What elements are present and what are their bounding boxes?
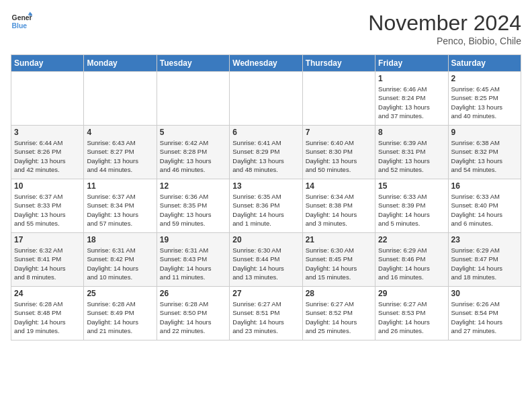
day-cell: 15Sunrise: 6:33 AM Sunset: 8:39 PM Dayli… bbox=[375, 179, 448, 233]
week-row-2: 3Sunrise: 6:44 AM Sunset: 8:26 PM Daylig… bbox=[11, 126, 521, 179]
col-header-friday: Friday bbox=[375, 55, 448, 72]
svg-text:General: General bbox=[12, 14, 32, 21]
day-number: 29 bbox=[378, 289, 445, 298]
day-info: Sunrise: 6:33 AM Sunset: 8:39 PM Dayligh… bbox=[378, 192, 445, 228]
day-number: 24 bbox=[14, 289, 81, 298]
day-number: 18 bbox=[87, 235, 153, 244]
day-info: Sunrise: 6:26 AM Sunset: 8:54 PM Dayligh… bbox=[451, 300, 518, 335]
day-cell: 12Sunrise: 6:36 AM Sunset: 8:35 PM Dayli… bbox=[157, 179, 229, 233]
day-info: Sunrise: 6:31 AM Sunset: 8:42 PM Dayligh… bbox=[87, 246, 153, 281]
day-number: 7 bbox=[306, 128, 372, 137]
day-cell: 29Sunrise: 6:27 AM Sunset: 8:53 PM Dayli… bbox=[375, 287, 448, 340]
day-number: 30 bbox=[451, 289, 518, 298]
day-number: 22 bbox=[378, 235, 445, 244]
day-cell bbox=[84, 72, 157, 126]
day-number: 27 bbox=[232, 289, 299, 298]
col-header-monday: Monday bbox=[84, 55, 157, 72]
day-info: Sunrise: 6:29 AM Sunset: 8:47 PM Dayligh… bbox=[451, 246, 518, 281]
day-cell: 3Sunrise: 6:44 AM Sunset: 8:26 PM Daylig… bbox=[11, 126, 84, 179]
month-title: November 2024 bbox=[368, 11, 521, 36]
day-number: 23 bbox=[451, 235, 518, 244]
day-cell bbox=[230, 72, 302, 126]
day-number: 11 bbox=[87, 181, 153, 191]
week-row-5: 24Sunrise: 6:28 AM Sunset: 8:48 PM Dayli… bbox=[11, 287, 521, 340]
page-header: General Blue November 2024 Penco, Biobio… bbox=[11, 11, 521, 46]
day-cell: 6Sunrise: 6:41 AM Sunset: 8:29 PM Daylig… bbox=[230, 126, 302, 179]
day-cell: 18Sunrise: 6:31 AM Sunset: 8:42 PM Dayli… bbox=[84, 233, 157, 287]
day-number: 17 bbox=[14, 235, 81, 244]
day-cell: 5Sunrise: 6:42 AM Sunset: 8:28 PM Daylig… bbox=[157, 126, 229, 179]
day-cell: 28Sunrise: 6:27 AM Sunset: 8:52 PM Dayli… bbox=[302, 287, 375, 340]
day-number: 2 bbox=[451, 74, 518, 83]
day-info: Sunrise: 6:35 AM Sunset: 8:36 PM Dayligh… bbox=[232, 192, 299, 228]
day-info: Sunrise: 6:29 AM Sunset: 8:46 PM Dayligh… bbox=[378, 246, 445, 281]
day-info: Sunrise: 6:33 AM Sunset: 8:40 PM Dayligh… bbox=[451, 192, 518, 228]
day-cell: 9Sunrise: 6:38 AM Sunset: 8:32 PM Daylig… bbox=[448, 126, 521, 179]
day-number: 6 bbox=[232, 128, 299, 137]
day-info: Sunrise: 6:42 AM Sunset: 8:28 PM Dayligh… bbox=[160, 138, 226, 174]
day-cell bbox=[302, 72, 375, 126]
day-cell: 24Sunrise: 6:28 AM Sunset: 8:48 PM Dayli… bbox=[11, 287, 84, 340]
calendar-header-row: SundayMondayTuesdayWednesdayThursdayFrid… bbox=[11, 55, 521, 72]
day-info: Sunrise: 6:41 AM Sunset: 8:29 PM Dayligh… bbox=[232, 138, 299, 174]
day-number: 9 bbox=[451, 128, 518, 137]
week-row-3: 10Sunrise: 6:37 AM Sunset: 8:33 PM Dayli… bbox=[11, 179, 521, 233]
day-cell: 2Sunrise: 6:45 AM Sunset: 8:25 PM Daylig… bbox=[448, 72, 521, 126]
week-row-4: 17Sunrise: 6:32 AM Sunset: 8:41 PM Dayli… bbox=[11, 233, 521, 287]
col-header-sunday: Sunday bbox=[11, 55, 84, 72]
day-cell: 19Sunrise: 6:31 AM Sunset: 8:43 PM Dayli… bbox=[157, 233, 229, 287]
day-cell: 23Sunrise: 6:29 AM Sunset: 8:47 PM Dayli… bbox=[448, 233, 521, 287]
day-info: Sunrise: 6:43 AM Sunset: 8:27 PM Dayligh… bbox=[87, 138, 153, 174]
day-number: 10 bbox=[14, 181, 81, 191]
day-info: Sunrise: 6:44 AM Sunset: 8:26 PM Dayligh… bbox=[14, 138, 81, 174]
day-info: Sunrise: 6:30 AM Sunset: 8:44 PM Dayligh… bbox=[232, 246, 299, 281]
day-number: 14 bbox=[306, 181, 372, 191]
day-info: Sunrise: 6:27 AM Sunset: 8:53 PM Dayligh… bbox=[378, 300, 445, 335]
day-info: Sunrise: 6:31 AM Sunset: 8:43 PM Dayligh… bbox=[160, 246, 226, 281]
day-number: 3 bbox=[14, 128, 81, 137]
day-number: 1 bbox=[378, 74, 445, 83]
day-info: Sunrise: 6:27 AM Sunset: 8:52 PM Dayligh… bbox=[306, 300, 372, 335]
day-cell: 13Sunrise: 6:35 AM Sunset: 8:36 PM Dayli… bbox=[230, 179, 302, 233]
col-header-saturday: Saturday bbox=[448, 55, 521, 72]
day-number: 20 bbox=[232, 235, 299, 244]
day-cell: 16Sunrise: 6:33 AM Sunset: 8:40 PM Dayli… bbox=[448, 179, 521, 233]
day-cell: 14Sunrise: 6:34 AM Sunset: 8:38 PM Dayli… bbox=[302, 179, 375, 233]
day-cell: 26Sunrise: 6:28 AM Sunset: 8:50 PM Dayli… bbox=[157, 287, 229, 340]
day-cell: 30Sunrise: 6:26 AM Sunset: 8:54 PM Dayli… bbox=[448, 287, 521, 340]
col-header-tuesday: Tuesday bbox=[157, 55, 229, 72]
logo-icon: General Blue bbox=[11, 11, 32, 32]
day-number: 26 bbox=[160, 289, 226, 298]
week-row-1: 1Sunrise: 6:46 AM Sunset: 8:24 PM Daylig… bbox=[11, 72, 521, 126]
day-number: 25 bbox=[87, 289, 153, 298]
day-cell bbox=[11, 72, 84, 126]
day-info: Sunrise: 6:39 AM Sunset: 8:31 PM Dayligh… bbox=[378, 138, 445, 174]
day-info: Sunrise: 6:32 AM Sunset: 8:41 PM Dayligh… bbox=[14, 246, 81, 281]
day-info: Sunrise: 6:30 AM Sunset: 8:45 PM Dayligh… bbox=[306, 246, 372, 281]
day-number: 19 bbox=[160, 235, 226, 244]
day-cell: 1Sunrise: 6:46 AM Sunset: 8:24 PM Daylig… bbox=[375, 72, 448, 126]
day-cell: 22Sunrise: 6:29 AM Sunset: 8:46 PM Dayli… bbox=[375, 233, 448, 287]
day-number: 4 bbox=[87, 128, 153, 137]
col-header-thursday: Thursday bbox=[302, 55, 375, 72]
day-cell: 27Sunrise: 6:27 AM Sunset: 8:51 PM Dayli… bbox=[230, 287, 302, 340]
day-cell: 4Sunrise: 6:43 AM Sunset: 8:27 PM Daylig… bbox=[84, 126, 157, 179]
day-info: Sunrise: 6:34 AM Sunset: 8:38 PM Dayligh… bbox=[306, 192, 372, 228]
day-cell: 21Sunrise: 6:30 AM Sunset: 8:45 PM Dayli… bbox=[302, 233, 375, 287]
svg-text:Blue: Blue bbox=[12, 22, 28, 30]
day-cell: 7Sunrise: 6:40 AM Sunset: 8:30 PM Daylig… bbox=[302, 126, 375, 179]
day-number: 15 bbox=[378, 181, 445, 191]
day-cell: 17Sunrise: 6:32 AM Sunset: 8:41 PM Dayli… bbox=[11, 233, 84, 287]
day-info: Sunrise: 6:28 AM Sunset: 8:48 PM Dayligh… bbox=[14, 300, 81, 335]
day-number: 12 bbox=[160, 181, 226, 191]
calendar-table: SundayMondayTuesdayWednesdayThursdayFrid… bbox=[11, 54, 521, 340]
day-info: Sunrise: 6:28 AM Sunset: 8:50 PM Dayligh… bbox=[160, 300, 226, 335]
logo: General Blue bbox=[11, 11, 32, 32]
day-info: Sunrise: 6:37 AM Sunset: 8:34 PM Dayligh… bbox=[87, 192, 153, 228]
day-info: Sunrise: 6:40 AM Sunset: 8:30 PM Dayligh… bbox=[306, 138, 372, 174]
day-info: Sunrise: 6:46 AM Sunset: 8:24 PM Dayligh… bbox=[378, 85, 445, 120]
day-info: Sunrise: 6:36 AM Sunset: 8:35 PM Dayligh… bbox=[160, 192, 226, 228]
day-number: 16 bbox=[451, 181, 518, 191]
day-info: Sunrise: 6:27 AM Sunset: 8:51 PM Dayligh… bbox=[232, 300, 299, 335]
col-header-wednesday: Wednesday bbox=[230, 55, 302, 72]
